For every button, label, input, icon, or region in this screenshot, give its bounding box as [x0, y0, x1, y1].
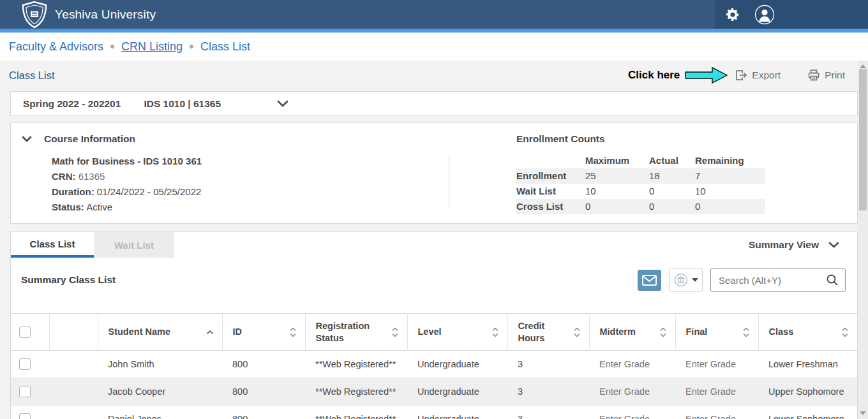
caret-down-icon	[692, 278, 698, 282]
empty-header	[49, 314, 98, 351]
header-level[interactable]: Level	[407, 314, 507, 351]
term-value: Spring 2022 - 202201	[23, 98, 121, 110]
registration-status-cell: **Web Registered**	[305, 378, 407, 406]
final-enter-grade-link[interactable]: Enter Grade	[685, 386, 736, 397]
tab-class-list[interactable]: Class List	[11, 232, 94, 258]
level-cell: Undergraduate	[407, 406, 507, 419]
scrollbar-thumb[interactable]	[859, 69, 867, 210]
credit-hours-cell: 3	[507, 378, 589, 406]
row-checkbox[interactable]	[19, 358, 31, 370]
waitlist-max: 10	[585, 184, 649, 199]
crosslist-actual: 0	[649, 199, 695, 214]
breadcrumb-crn-listing[interactable]: CRN Listing	[121, 40, 183, 54]
page-scrollbar[interactable]	[858, 61, 868, 419]
chevron-down-icon	[828, 242, 839, 248]
table-row: Jacob Cooper 800 **Web Registered** Unde…	[11, 378, 857, 406]
sort-ascending-icon	[206, 330, 214, 335]
select-all-header	[11, 314, 49, 351]
envelope-icon	[642, 275, 657, 286]
settings-gear-button[interactable]	[725, 7, 740, 22]
student-name-cell: Jacob Cooper	[98, 378, 222, 406]
tab-wait-list[interactable]: Wait List	[94, 232, 174, 258]
class-list-panel: Class List Wait List Summary View Summar…	[10, 232, 858, 419]
sort-both-icon	[391, 327, 399, 338]
row-checkbox[interactable]	[19, 386, 31, 397]
enrollment-row-label: Enrollment	[516, 168, 585, 184]
select-all-checkbox[interactable]	[19, 327, 31, 338]
breadcrumb-faculty-advisors[interactable]: Faculty & Advisors	[9, 40, 103, 54]
final-enter-grade-link[interactable]: Enter Grade	[685, 414, 736, 419]
breadcrumb: Faculty & Advisors CRN Listing Class Lis…	[0, 33, 868, 61]
header-midterm-label: Midterm	[600, 327, 636, 337]
crn-label: CRN:	[52, 171, 76, 182]
enrollment-remaining: 7	[695, 168, 765, 184]
student-name-cell: Daniel Jones	[98, 406, 222, 419]
breadcrumb-class-list[interactable]: Class List	[200, 40, 250, 54]
search-input[interactable]	[719, 275, 826, 286]
credit-hours-cell: 3	[507, 351, 589, 378]
enrollment-col-maximum: Maximum	[585, 153, 649, 168]
list-controls	[638, 268, 846, 292]
search-box	[710, 268, 846, 292]
scroll-down-arrow-icon[interactable]	[860, 411, 866, 415]
header-student-name[interactable]: Student Name	[98, 314, 222, 351]
section-divider	[449, 156, 449, 209]
institution-columns-icon	[674, 273, 688, 287]
collapse-chevron-icon[interactable]	[22, 136, 32, 142]
header-registration-status[interactable]: Registration Status	[305, 314, 407, 351]
registration-status-cell: **Web Registered**	[305, 351, 407, 378]
tools-dropdown-button[interactable]	[669, 268, 703, 292]
student-table-wrap: Student Name ID Registrati	[11, 313, 857, 419]
midterm-enter-grade-link[interactable]: Enter Grade	[599, 414, 650, 419]
university-shield-logo-icon	[22, 1, 47, 28]
crosslist-row-label: Cross List	[516, 199, 585, 214]
sort-both-icon	[742, 327, 750, 338]
export-button[interactable]: Export	[735, 69, 781, 82]
chevron-down-icon	[277, 100, 288, 107]
email-students-button[interactable]	[638, 270, 661, 291]
print-icon	[807, 69, 820, 82]
row-checkbox[interactable]	[19, 413, 31, 419]
brand-link[interactable]: Yeshiva University	[0, 1, 156, 28]
enrollment-counts-table: Maximum Actual Remaining Enrollment 25 1…	[516, 153, 765, 214]
header-class-label: Class	[769, 327, 794, 337]
print-button[interactable]: Print	[807, 69, 845, 82]
status-value: Active	[86, 202, 112, 212]
enrollment-counts: Enrollment Counts Maximum Actual Remaini…	[516, 133, 765, 214]
course-information-panel: Course Information Math for Business - I…	[10, 122, 858, 224]
final-enter-grade-link[interactable]: Enter Grade	[685, 359, 736, 369]
waitlist-row-label: Wait List	[516, 184, 585, 199]
course-information-title: Course Information	[44, 133, 135, 145]
brand-name: Yeshiva University	[55, 8, 156, 22]
summary-view-selector[interactable]: Summary View	[749, 232, 857, 258]
student-table: Student Name ID Registrati	[11, 313, 857, 419]
search-icon[interactable]	[826, 274, 839, 286]
enrollment-col-remaining: Remaining	[695, 153, 765, 168]
crosslist-max: 0	[585, 199, 649, 214]
row-photo-cell	[49, 351, 98, 378]
duration-label: Duration:	[52, 186, 94, 197]
term-course-selector[interactable]: Spring 2022 - 202201 IDS 1010 | 61365	[10, 91, 858, 116]
header-midterm[interactable]: Midterm	[589, 314, 675, 351]
header-id[interactable]: ID	[222, 314, 305, 351]
export-label: Export	[752, 70, 781, 81]
midterm-enter-grade-link[interactable]: Enter Grade	[599, 359, 650, 369]
header-class[interactable]: Class	[758, 314, 857, 351]
navbar-right-section	[715, 0, 868, 29]
row-photo-cell	[49, 406, 98, 419]
credit-hours-cell: 3	[507, 406, 589, 419]
main-content: Spring 2022 - 202201 IDS 1010 | 61365 Co…	[0, 91, 868, 419]
enrollment-max: 25	[585, 168, 649, 184]
header-final[interactable]: Final	[675, 314, 758, 351]
header-credit-hours[interactable]: Credit Hours	[507, 314, 589, 351]
header-credit-hours-label: Credit Hours	[518, 320, 553, 344]
midterm-enter-grade-link[interactable]: Enter Grade	[599, 386, 650, 397]
sort-both-icon	[289, 327, 297, 338]
user-avatar-icon	[754, 4, 775, 25]
header-student-name-label: Student Name	[108, 327, 171, 337]
enrollment-counts-title: Enrollment Counts	[516, 133, 765, 145]
scroll-up-arrow-icon[interactable]	[860, 64, 866, 68]
status-label: Status:	[52, 202, 84, 212]
sort-both-icon	[659, 327, 667, 338]
user-profile-button[interactable]	[754, 4, 775, 25]
